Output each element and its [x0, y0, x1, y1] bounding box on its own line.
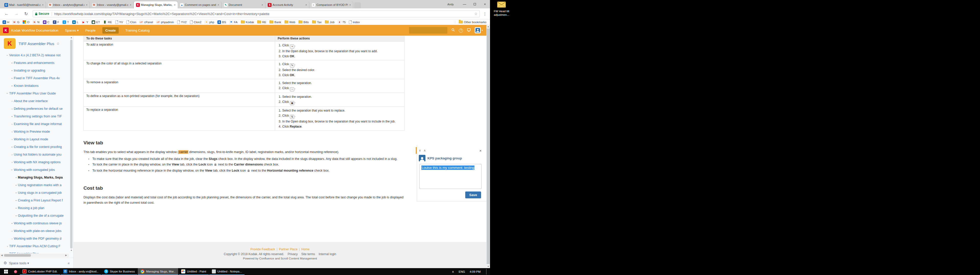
footer-legal-link[interactable]: Privacy [288, 252, 298, 256]
sidebar-item[interactable]: ›TIFF Assembler Plus [0, 250, 68, 253]
sidebar-item[interactable]: •Creating a Print Layout Report f [0, 197, 68, 204]
bookmark-item[interactable]: inL [72, 21, 78, 24]
comment-textarea[interactable]: Louise this is my comment: testing [419, 164, 482, 189]
sidebar-item[interactable]: •Using slugs in a corrugated job [0, 189, 68, 197]
footer-link[interactable]: Provide Feedback [250, 248, 275, 251]
sidebar-item[interactable]: ›Working in Preview mode [0, 128, 68, 136]
bookmark-item[interactable]: ✶php [205, 21, 214, 24]
url-text[interactable]: https://workflowhelp.kodak.com/display/T… [54, 12, 473, 16]
forward-button[interactable]: → [13, 11, 19, 16]
bookmark-item[interactable]: Clon [126, 21, 136, 24]
sidebar-item[interactable]: ›Working with the PDF geometry d [0, 235, 68, 242]
bookmark-item[interactable]: O [23, 21, 29, 24]
bookmark-item[interactable]: cPcPanel [140, 21, 153, 24]
start-button[interactable] [0, 268, 12, 275]
bookmark-item[interactable]: ☮C [43, 21, 49, 24]
close-button[interactable]: × [480, 0, 490, 8]
bookmark-item[interactable]: MG [13, 21, 19, 24]
desktop-shortcut-email[interactable]: FW Head tilt adjustmen... [491, 2, 512, 17]
taskbar-item-skype[interactable]: SSkype for Business [102, 268, 137, 275]
people-menu[interactable]: People [85, 28, 95, 32]
tab-close-icon[interactable]: × [261, 3, 264, 6]
browser-tab[interactable]: OMail - tuan50@hotmail.c× [2, 1, 46, 8]
language-indicator[interactable]: ENG [458, 270, 465, 273]
tab-close-icon[interactable]: × [86, 3, 88, 6]
bookmark-item[interactable]: index [349, 21, 360, 24]
footer-legal-link[interactable]: Internal login [318, 252, 336, 256]
footer-legal-link[interactable]: Site terms [301, 252, 315, 256]
training-catalog-menu[interactable]: Training Catalog [125, 28, 150, 32]
close-icon[interactable]: × [479, 149, 482, 153]
bookmark-item[interactable]: Bills [299, 21, 309, 24]
browser-tab[interactable]: KManaging Slugs, Marks, S× [134, 1, 178, 8]
sidebar-item[interactable]: ›Examining file and image informat [0, 120, 68, 128]
site-title[interactable]: Kodak Workflow Documentation [11, 28, 59, 32]
sidebar-item[interactable]: •Fixed in TIFF Assembler Plus 4x [0, 74, 68, 82]
bookmark-item[interactable]: RE [257, 21, 266, 24]
browser-profile-name[interactable]: Andy [447, 3, 454, 6]
taskbar-item-notepad[interactable]: Untitled - Notepa... [209, 268, 245, 275]
bookmark-item[interactable]: Bank [269, 21, 281, 24]
sidebar-item[interactable]: ›About the user interface [0, 97, 68, 105]
previous-comment-icon[interactable]: ∨ [419, 149, 421, 152]
add-separation-icon[interactable]: + [290, 44, 294, 49]
sidebar-item[interactable]: ›TIFF Assembler Plus User Guide [0, 90, 68, 97]
address-bar[interactable]: Secure | https://workflowhelp.kodak.com/… [33, 10, 480, 17]
bookmark-item[interactable]: YV [115, 21, 123, 24]
save-button[interactable]: Save [465, 191, 481, 198]
sidebar-item[interactable]: •Working with continuous sleeve jo [0, 220, 68, 227]
collapse-sidebar-icon[interactable]: « [68, 261, 70, 265]
bookmark-item[interactable]: cPphpadmin [156, 21, 174, 24]
space-name[interactable]: TIFF Assembler Plus [19, 41, 54, 46]
secure-badge[interactable]: Secure [35, 12, 49, 16]
sidebar-item[interactable]: ›Working with corrugated jobs [0, 166, 68, 174]
spaces-menu[interactable]: Spaces ▾ [65, 28, 79, 32]
gear-icon[interactable]: ⚙ [3, 261, 7, 266]
bookmark-item[interactable]: NN [33, 21, 39, 24]
sidebar-item[interactable]: •Installing or upgrading [0, 67, 68, 74]
sidebar-item[interactable]: •Transferring settings from one TIF [0, 112, 68, 120]
bookmark-item[interactable]: BBS [218, 21, 226, 24]
bookmark-item[interactable]: ▦ET [92, 21, 100, 24]
browser-tab[interactable]: MInbox - voandy@gmail.co× [90, 1, 134, 8]
scrollbar-thumb[interactable] [4, 254, 31, 257]
bookmark-item[interactable]: ▊RE [103, 21, 112, 24]
search-input[interactable] [409, 27, 447, 33]
bookmark-item[interactable]: ⚑FA [229, 21, 238, 24]
browser-tab[interactable]: ≡Comparison of BYOD Pla× [309, 1, 353, 8]
sidebar-horizontal-scrollbar[interactable]: ◀ ▶ [0, 254, 69, 257]
browser-tab[interactable]: ▲Comment on pages and × [178, 1, 221, 8]
bookmark-item[interactable]: YV2 [177, 21, 186, 24]
bookmark-item[interactable]: fF [53, 21, 59, 24]
user-avatar[interactable] [475, 27, 481, 33]
other-bookmarks[interactable]: Other bookmarks [455, 21, 487, 24]
sidebar-item[interactable]: •Features and enhancements [0, 59, 68, 67]
tab-close-icon[interactable]: × [41, 3, 44, 6]
favorite-star-icon[interactable]: ☆ [56, 41, 60, 46]
minimize-button[interactable]: — [460, 0, 469, 8]
footer-link[interactable]: Partner Place [279, 248, 298, 251]
bookmark-item[interactable]: Kodak [241, 21, 254, 24]
search-icon[interactable] [452, 28, 455, 32]
browser-menu-icon[interactable]: ⋮ [483, 11, 487, 16]
sidebar-item[interactable]: •Using registration marks with a [0, 181, 68, 189]
slug-color-icon[interactable]: ✎ [290, 63, 294, 68]
notifications-icon[interactable] [467, 28, 471, 33]
bookmark-item[interactable]: Tax [312, 21, 321, 24]
browser-tab[interactable]: ✎Document× [221, 1, 266, 8]
tab-close-icon[interactable]: × [129, 3, 132, 6]
sidebar-item[interactable]: ›Working with plate-on-sleeve jobs [0, 227, 68, 235]
taskbar-item-outlook[interactable]: OInbox - andy.vo@kod... [61, 268, 101, 275]
sidebar-item[interactable]: ›Working in Layout mode [0, 136, 68, 143]
remove-separation-icon[interactable]: − [290, 87, 294, 92]
scroll-down-icon[interactable]: ▼ [70, 249, 73, 252]
clock[interactable]: 4:09 PM [469, 270, 480, 273]
show-desktop-button[interactable] [486, 269, 487, 275]
bookmark-item[interactable]: Clon2 [190, 21, 201, 24]
sidebar-item[interactable]: ›Version 4.x (4.2 BETA 2) release not [0, 51, 68, 59]
browser-tab[interactable]: SAccount Activity× [266, 1, 309, 8]
taskbar-item-chrome[interactable]: Managing Slugs, Mar... [138, 268, 178, 275]
scrollbar-thumb[interactable] [487, 28, 490, 264]
scroll-right-icon[interactable]: ▶ [64, 254, 68, 257]
help-icon[interactable]: ? [459, 28, 463, 33]
